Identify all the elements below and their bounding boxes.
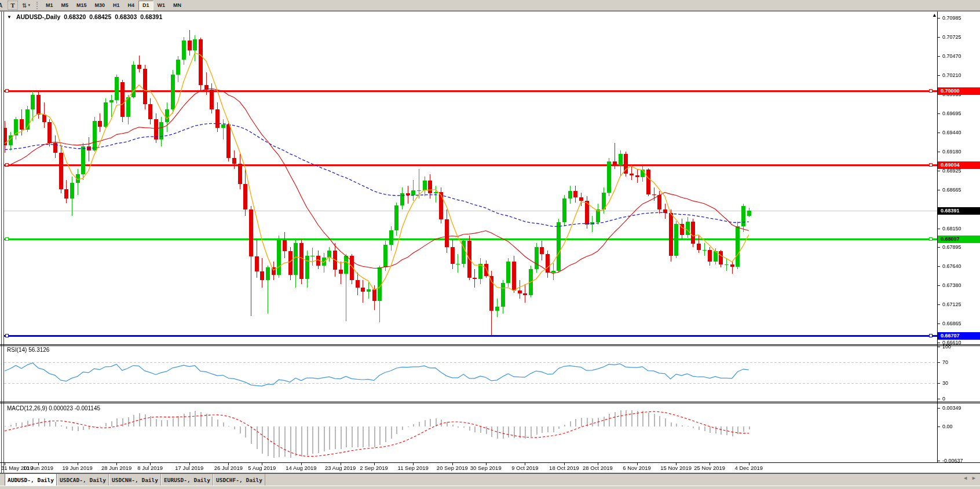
chart-tab-audusd[interactable]: AUDUSD-, Daily xyxy=(5,474,57,486)
price-badge: 0.68007 xyxy=(938,236,980,243)
triangle-down-icon: ▼ xyxy=(7,14,12,20)
rsi-tick-label: 30 xyxy=(942,380,948,386)
date-tick-label: 14 Aug 2019 xyxy=(286,465,316,471)
price-tick-label: 0.70985 xyxy=(942,15,961,21)
date-tick-label: 23 Aug 2019 xyxy=(325,465,356,471)
period-button-w1[interactable]: W1 xyxy=(153,1,170,10)
macd-label: MACD(12,26,9) 0.000023 -0.001145 xyxy=(7,405,100,411)
price-tick-label: 0.67125 xyxy=(942,302,961,307)
price-tick-label: 0.70725 xyxy=(942,34,961,40)
chart-tab-usdchf[interactable]: USDCHF-, Daily xyxy=(213,474,265,486)
price-tick-label: 0.69695 xyxy=(942,111,961,116)
period-button-m5[interactable]: M5 xyxy=(57,1,73,10)
price-tick-label: 0.67380 xyxy=(942,282,961,288)
chart-tab-usdcnh[interactable]: USDCNH-, Daily xyxy=(109,474,161,486)
quote-close: 0.68391 xyxy=(140,13,162,20)
period-buttons: M1M5M15M30H1H4D1W1MN xyxy=(42,1,185,10)
date-tick-label: 17 Jul 2019 xyxy=(175,465,203,471)
chart-tab-eurusd[interactable]: EURUSD-, Daily xyxy=(161,474,213,486)
date-tick-label: 15 Nov 2019 xyxy=(660,465,692,471)
macd-tick-label: -0.00637 xyxy=(942,458,963,464)
chart-tab-usdcad[interactable]: USDCAD-, Daily xyxy=(57,474,109,486)
date-tick-label: 2 Sep 2019 xyxy=(360,465,388,471)
date-tick-label: 30 Sep 2019 xyxy=(470,465,502,471)
chart-corner-marker-icon: ▲ xyxy=(932,12,937,18)
mt4-window: { "toolbar":{ "cut_icon":"A", "text_tool… xyxy=(0,0,980,489)
macd-tick-label: 0.00 xyxy=(942,424,953,429)
arrows-dropdown-button[interactable]: ⇅ ▾ xyxy=(21,1,31,9)
price-tick-label: 0.69180 xyxy=(942,149,961,155)
date-tick-label: 8 Jul 2019 xyxy=(137,465,163,471)
price-tick-label: 0.70210 xyxy=(942,72,961,78)
price-tick-label: 0.67640 xyxy=(942,263,961,269)
cut-toolbar-icon[interactable]: A xyxy=(0,2,5,9)
price-badge: 0.68391 xyxy=(938,207,980,215)
date-tick-label: 25 Nov 2019 xyxy=(694,465,725,471)
date-tick-label: 9 Oct 2019 xyxy=(511,465,538,471)
price-tick-label: 0.68150 xyxy=(942,226,961,231)
period-button-m1[interactable]: M1 xyxy=(42,1,57,10)
quote-open: 0.68320 xyxy=(64,13,86,20)
quote-high: 0.68425 xyxy=(89,13,111,20)
tab-scroll-right-icon[interactable]: ► xyxy=(971,475,977,481)
price-tick-label: 0.70470 xyxy=(942,53,961,59)
date-tick-label: 19 Jun 2019 xyxy=(62,465,92,471)
period-button-h1[interactable]: H1 xyxy=(109,1,124,10)
date-tick-label: 5 Aug 2019 xyxy=(248,465,276,471)
chart-canvas[interactable] xyxy=(0,0,980,489)
period-button-m15[interactable]: M15 xyxy=(72,1,91,10)
date-tick-label: 18 Oct 2019 xyxy=(549,465,579,471)
bottom-strip xyxy=(0,486,980,489)
date-tick-label: 28 Oct 2019 xyxy=(583,465,613,471)
chevron-down-icon: ▾ xyxy=(28,3,30,8)
date-tick-label: 4 Dec 2019 xyxy=(734,465,763,471)
tab-scroll-buttons: ◄ ► xyxy=(963,475,977,481)
toolbar-separator xyxy=(36,2,38,9)
price-tick-label: 0.66865 xyxy=(942,321,961,326)
period-button-mn[interactable]: MN xyxy=(169,1,185,10)
date-tick-label: 28 Jun 2019 xyxy=(101,465,131,471)
text-tool-button[interactable]: T xyxy=(8,1,18,10)
period-button-h4[interactable]: H4 xyxy=(124,1,139,10)
date-tick-label: 6 Nov 2019 xyxy=(623,465,651,471)
period-button-m30[interactable]: M30 xyxy=(91,1,109,10)
toolbar: A T ⇅ ▾ M1M5M15M30H1H4D1W1MN xyxy=(0,0,980,11)
rsi-tick-label: 100 xyxy=(942,344,951,350)
date-tick-label: 10 Jun 2019 xyxy=(23,465,53,471)
chart-symbol-label: AUDUSD-,Daily xyxy=(16,13,60,20)
price-tick-label: 0.69440 xyxy=(942,130,961,135)
tab-bar: AUDUSD-, DailyUSDCAD-, DailyUSDCNH-, Dai… xyxy=(0,473,980,486)
price-badge: 0.66707 xyxy=(938,332,980,340)
macd-main-value: 0.000023 xyxy=(49,405,73,411)
date-tick-label: 26 Jul 2019 xyxy=(214,465,243,471)
price-tick-label: 0.68665 xyxy=(942,187,961,193)
period-button-d1[interactable]: D1 xyxy=(138,1,153,10)
price-tick-label: 0.67895 xyxy=(942,244,961,250)
price-badge: 0.70000 xyxy=(938,87,980,95)
rsi-value: 56.3126 xyxy=(28,347,49,353)
quote-low: 0.68303 xyxy=(115,13,137,20)
tab-scroll-left-icon[interactable]: ◄ xyxy=(963,475,968,481)
macd-tick-label: 0.00349 xyxy=(942,405,961,411)
rsi-tick-label: 70 xyxy=(942,359,948,365)
date-tick-label: 11 Sep 2019 xyxy=(398,465,429,471)
rsi-tick-label: 0 xyxy=(942,396,945,402)
macd-signal-value: -0.001145 xyxy=(75,405,100,411)
price-badge: 0.69004 xyxy=(938,161,980,169)
rsi-label: RSI(14) 56.3126 xyxy=(7,347,49,353)
chart-title: ▼ AUDUSD-,Daily 0.68320 0.68425 0.68303 … xyxy=(7,13,162,20)
arrows-icon: ⇅ xyxy=(22,2,27,9)
date-tick-label: 20 Sep 2019 xyxy=(437,465,468,471)
